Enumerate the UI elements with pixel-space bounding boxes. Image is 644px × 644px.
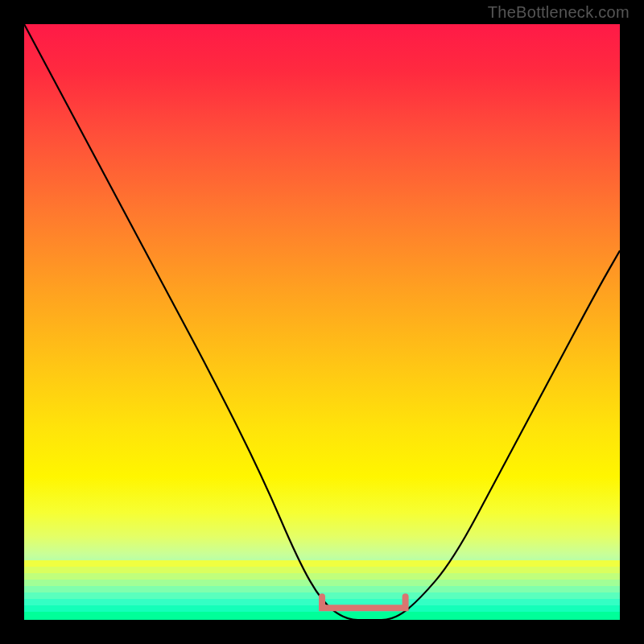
valley-marker [322,597,406,608]
plot-area [24,24,620,620]
bottleneck-curve [24,24,620,620]
watermark-text: TheBottleneck.com [488,3,630,22]
chart-frame: TheBottleneck.com [0,0,644,644]
curve-svg [24,24,620,620]
